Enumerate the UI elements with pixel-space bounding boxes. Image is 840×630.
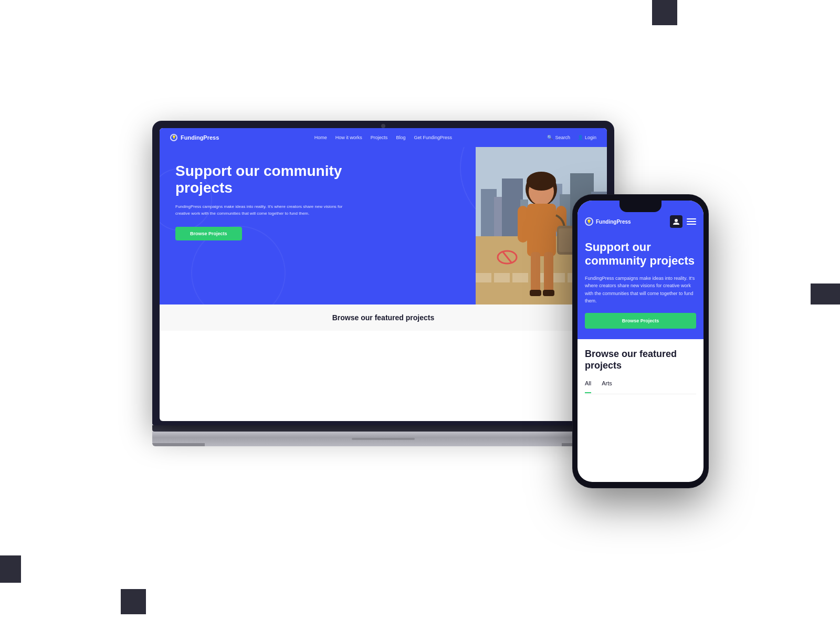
laptop-device: 💡 FundingPress Home How it works Project… bbox=[152, 121, 614, 488]
phone-outer: 💡 FundingPress bbox=[572, 194, 709, 488]
menu-line bbox=[687, 224, 696, 225]
laptop-base bbox=[152, 432, 614, 446]
phone-hero-section: Support our community projects FundingPr… bbox=[578, 232, 704, 339]
svg-rect-12 bbox=[494, 273, 510, 282]
phone-logo-icon: 💡 bbox=[585, 217, 593, 226]
laptop-logo-text: FundingPress bbox=[181, 134, 219, 141]
nav-link-projects[interactable]: Projects bbox=[371, 135, 388, 140]
tab-arts[interactable]: Arts bbox=[602, 380, 612, 390]
svg-rect-28 bbox=[531, 252, 540, 294]
svg-rect-30 bbox=[530, 290, 541, 296]
laptop-screen-inner: 💡 FundingPress Home How it works Project… bbox=[160, 128, 607, 421]
phone-category-tabs: All Arts bbox=[585, 380, 696, 394]
phone-logo-text: FundingPress bbox=[596, 219, 631, 225]
nav-link-home[interactable]: Home bbox=[314, 135, 327, 140]
laptop-hero-title: Support our community projects bbox=[175, 163, 354, 196]
phone-device: 💡 FundingPress bbox=[572, 194, 709, 488]
phone-user-icon[interactable] bbox=[670, 215, 682, 228]
phone-hero-desc: FundingPress campaigns make ideas into r… bbox=[585, 275, 696, 305]
laptop-browse-button[interactable]: Browse Projects bbox=[175, 227, 242, 240]
search-icon: 🔍 bbox=[547, 135, 553, 140]
laptop-hinge bbox=[152, 425, 614, 432]
menu-line bbox=[687, 218, 696, 219]
laptop-screen-outer: 💡 FundingPress Home How it works Project… bbox=[152, 121, 614, 425]
nav-link-how[interactable]: How it works bbox=[335, 135, 362, 140]
devices-wrapper: 💡 FundingPress Home How it works Project… bbox=[131, 79, 709, 551]
svg-rect-13 bbox=[512, 273, 528, 282]
laptop-search[interactable]: 🔍 Search bbox=[547, 135, 570, 140]
laptop-login[interactable]: 👤 Login bbox=[578, 135, 596, 140]
menu-line bbox=[687, 221, 696, 222]
user-icon: 👤 bbox=[578, 135, 583, 140]
laptop-hero-content: Support our community projects FundingPr… bbox=[175, 163, 354, 240]
search-label: Search bbox=[555, 135, 570, 140]
phone-browse-button[interactable]: Browse Projects bbox=[585, 313, 696, 329]
phone-browse-section: Browse our featured projects All Arts bbox=[578, 339, 704, 403]
hamburger-menu-icon[interactable] bbox=[687, 218, 696, 225]
tab-all[interactable]: All bbox=[585, 380, 591, 390]
laptop-trackpad-notch bbox=[352, 438, 415, 440]
svg-rect-29 bbox=[544, 252, 553, 294]
nav-link-blog[interactable]: Blog bbox=[396, 135, 405, 140]
phone-nav-right bbox=[670, 215, 696, 228]
logo-icon: 💡 bbox=[170, 134, 177, 141]
svg-rect-24 bbox=[518, 206, 528, 243]
laptop-hero-desc: FundingPress campaigns make ideas into r… bbox=[175, 204, 354, 217]
svg-point-32 bbox=[675, 219, 678, 222]
laptop-camera bbox=[381, 124, 385, 128]
nav-link-get[interactable]: Get FundingPress bbox=[414, 135, 452, 140]
svg-rect-23 bbox=[527, 204, 556, 256]
main-content: 💡 FundingPress Home How it works Project… bbox=[0, 0, 840, 630]
laptop-screen: 💡 FundingPress Home How it works Project… bbox=[160, 128, 607, 421]
laptop-foot-left bbox=[152, 443, 205, 446]
phone-hero-title: Support our community projects bbox=[585, 240, 696, 268]
laptop-hero-section: Support our community projects FundingPr… bbox=[160, 147, 607, 304]
laptop-nav-right: 🔍 Search 👤 Login bbox=[547, 135, 596, 140]
svg-rect-11 bbox=[476, 273, 491, 282]
laptop-logo: 💡 FundingPress bbox=[170, 134, 219, 141]
svg-rect-31 bbox=[543, 290, 554, 296]
phone-screen: 💡 FundingPress bbox=[578, 201, 704, 482]
laptop-browse-title: Browse our featured projects bbox=[332, 313, 435, 322]
laptop-navbar: 💡 FundingPress Home How it works Project… bbox=[160, 128, 607, 147]
svg-point-22 bbox=[527, 172, 556, 191]
laptop-browse-section: Browse our featured projects bbox=[160, 304, 607, 331]
login-label: Login bbox=[585, 135, 596, 140]
laptop-nav-links: Home How it works Projects Blog Get Fund… bbox=[314, 135, 452, 140]
phone-notch bbox=[620, 201, 662, 212]
phone-logo: 💡 FundingPress bbox=[585, 217, 631, 226]
phone-browse-title: Browse our featured projects bbox=[585, 349, 696, 371]
